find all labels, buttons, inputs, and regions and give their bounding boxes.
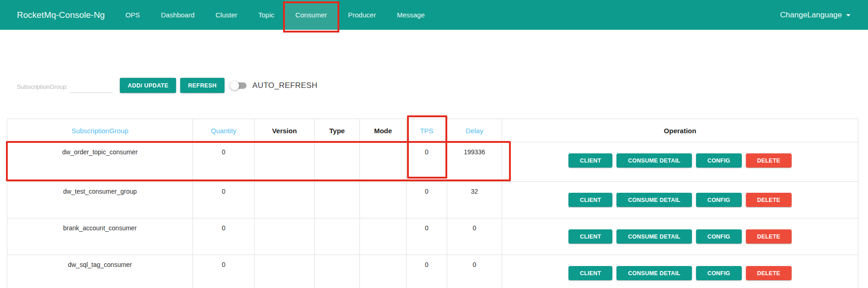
change-language-label: ChangeLanguage bbox=[780, 11, 842, 20]
consumer-table-wrap: SubscriptionGroup Quantity Version Type … bbox=[7, 119, 858, 288]
column-header-quantity[interactable]: Quantity bbox=[193, 119, 255, 142]
table-row: brank_account_consumer000CLIENTCONSUME D… bbox=[7, 218, 858, 255]
column-header-delay[interactable]: Delay bbox=[447, 119, 502, 142]
table-header-row: SubscriptionGroup Quantity Version Type … bbox=[7, 119, 858, 142]
refresh-button[interactable]: REFRESH bbox=[180, 78, 225, 93]
type-cell bbox=[315, 255, 360, 288]
delay-cell: 0 bbox=[447, 255, 502, 288]
subscription-group-cell: dw_test_consumer_group bbox=[7, 182, 193, 218]
column-header-operation: Operation bbox=[502, 119, 858, 142]
nav-menu: OPS Dashboard Cluster Topic Consumer Pro… bbox=[115, 0, 435, 30]
config-button[interactable]: CONFIG bbox=[696, 266, 742, 280]
delete-button[interactable]: DELETE bbox=[746, 153, 792, 168]
brand-title[interactable]: RocketMq-Console-Ng bbox=[17, 0, 105, 30]
column-header-subscription-group[interactable]: SubscriptionGroup bbox=[7, 119, 193, 142]
mode-cell bbox=[360, 182, 407, 218]
subscription-group-cell: dw_order_topic_consumer bbox=[7, 142, 193, 182]
operation-cell: CLIENTCONSUME DETAILCONFIGDELETE bbox=[502, 142, 858, 182]
mode-cell bbox=[360, 142, 407, 182]
auto-refresh-label: AUTO_REFRESH bbox=[252, 81, 317, 90]
change-language-dropdown[interactable]: ChangeLanguage bbox=[780, 0, 851, 30]
column-header-mode: Mode bbox=[360, 119, 407, 142]
config-button[interactable]: CONFIG bbox=[696, 153, 742, 168]
mode-cell bbox=[360, 255, 407, 288]
nav-item-message[interactable]: Message bbox=[386, 0, 435, 30]
delay-cell: 0 bbox=[447, 218, 502, 255]
type-cell bbox=[315, 182, 360, 218]
table-row: dw_sql_tag_consumer000CLIENTCONSUME DETA… bbox=[7, 255, 858, 288]
nav-item-topic[interactable]: Topic bbox=[248, 0, 285, 30]
version-cell bbox=[255, 142, 315, 182]
add-update-button[interactable]: ADD/ UPDATE bbox=[120, 78, 176, 93]
toggle-knob bbox=[230, 81, 239, 90]
subscription-group-filter-label: SubscriptionGroup: bbox=[17, 83, 68, 93]
subscription-group-cell: dw_sql_tag_consumer bbox=[7, 255, 193, 288]
nav-item-ops[interactable]: OPS bbox=[115, 0, 150, 30]
column-header-tps[interactable]: TPS bbox=[407, 119, 447, 142]
tps-cell: 0 bbox=[407, 255, 447, 288]
config-button[interactable]: CONFIG bbox=[696, 229, 742, 244]
client-button[interactable]: CLIENT bbox=[568, 193, 612, 207]
consume-detail-button[interactable]: CONSUME DETAIL bbox=[616, 153, 691, 168]
version-cell bbox=[255, 218, 315, 255]
type-cell bbox=[315, 142, 360, 182]
consumer-table: SubscriptionGroup Quantity Version Type … bbox=[7, 119, 858, 288]
version-cell bbox=[255, 182, 315, 218]
controls-bar: SubscriptionGroup: ADD/ UPDATE REFRESH A… bbox=[17, 78, 868, 93]
navbar: RocketMq-Console-Ng OPS Dashboard Cluste… bbox=[0, 0, 868, 30]
tps-cell: 0 bbox=[407, 218, 447, 255]
operation-cell: CLIENTCONSUME DETAILCONFIGDELETE bbox=[502, 218, 858, 255]
delay-cell: 199336 bbox=[447, 142, 502, 182]
type-cell bbox=[315, 218, 360, 255]
client-button[interactable]: CLIENT bbox=[568, 229, 612, 244]
nav-item-consumer-label: Consumer bbox=[295, 11, 327, 19]
nav-item-consumer[interactable]: Consumer bbox=[285, 0, 338, 30]
nav-item-producer[interactable]: Producer bbox=[338, 0, 386, 30]
nav-item-dashboard[interactable]: Dashboard bbox=[150, 0, 205, 30]
auto-refresh-toggle[interactable] bbox=[232, 81, 246, 90]
client-button[interactable]: CLIENT bbox=[568, 153, 612, 168]
operation-cell: CLIENTCONSUME DETAILCONFIGDELETE bbox=[502, 182, 858, 218]
subscription-group-cell: brank_account_consumer bbox=[7, 218, 193, 255]
nav-item-cluster[interactable]: Cluster bbox=[205, 0, 248, 30]
table-row: dw_test_consumer_group0032CLIENTCONSUME … bbox=[7, 182, 858, 218]
operation-cell: CLIENTCONSUME DETAILCONFIGDELETE bbox=[502, 255, 858, 288]
consume-detail-button[interactable]: CONSUME DETAIL bbox=[616, 193, 691, 207]
subscription-group-input[interactable] bbox=[70, 83, 113, 93]
delete-button[interactable]: DELETE bbox=[746, 229, 792, 244]
consumer-table-body: dw_order_topic_consumer00199336CLIENTCON… bbox=[7, 142, 858, 288]
version-cell bbox=[255, 255, 315, 288]
consume-detail-button[interactable]: CONSUME DETAIL bbox=[616, 266, 691, 280]
quantity-cell: 0 bbox=[193, 142, 255, 182]
delete-button[interactable]: DELETE bbox=[746, 193, 792, 207]
quantity-cell: 0 bbox=[193, 182, 255, 218]
delete-button[interactable]: DELETE bbox=[746, 266, 792, 280]
client-button[interactable]: CLIENT bbox=[568, 266, 612, 280]
delay-cell: 32 bbox=[447, 182, 502, 218]
caret-down-icon bbox=[846, 14, 851, 16]
tps-cell: 0 bbox=[407, 182, 447, 218]
quantity-cell: 0 bbox=[193, 218, 255, 255]
table-row: dw_order_topic_consumer00199336CLIENTCON… bbox=[7, 142, 858, 182]
quantity-cell: 0 bbox=[193, 255, 255, 288]
mode-cell bbox=[360, 218, 407, 255]
consumer-page: RocketMq-Console-Ng OPS Dashboard Cluste… bbox=[0, 0, 868, 288]
column-header-type: Type bbox=[315, 119, 360, 142]
tps-cell: 0 bbox=[407, 142, 447, 182]
consume-detail-button[interactable]: CONSUME DETAIL bbox=[616, 229, 691, 244]
config-button[interactable]: CONFIG bbox=[696, 193, 742, 207]
column-header-version: Version bbox=[255, 119, 315, 142]
